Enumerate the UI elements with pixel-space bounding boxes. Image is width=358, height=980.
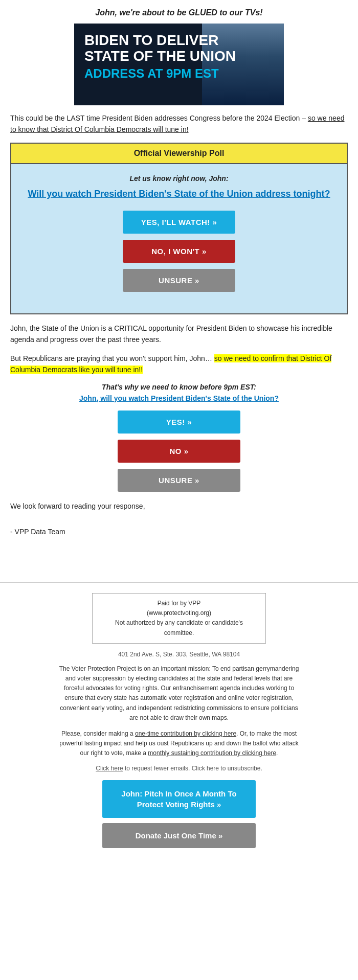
footer-contribute: Please, consider making a one-time contr… [56,729,302,759]
poll-question: Will you watch President Biden's State o… [27,188,331,200]
no2-button[interactable]: NO » [118,440,240,463]
body-text-1: This could be the LAST time President Bi… [10,112,348,135]
monthly-cta-button[interactable]: John: Pitch In Once A Month To Protect V… [102,780,256,818]
footer-unsubscribe: Click here to request fewer emails. Clic… [10,765,348,772]
footer-divider [0,582,358,583]
closing-line2: - VPP Data Team [10,526,348,538]
poll-header: Official Viewership Poll [11,144,347,164]
footer-mission: The Voter Protection Project is on an im… [56,664,302,723]
hero-image: BIDEN TO DELIVER STATE OF THE UNION ADDR… [74,24,284,105]
footer-legal-box: Paid for by VPP (www.protectvoting.org) … [92,593,266,644]
body-text-3: But Republicans are praying that you won… [10,353,348,376]
body-text-2: John, the State of the Union is a CRITIC… [10,323,348,346]
poll-unsure-button[interactable]: UNSURE » [123,269,235,292]
email-signature: We look forward to reading your response… [10,500,348,539]
one-time-link[interactable]: one-time contribution by clicking here [135,730,236,737]
footer-paid-by: Paid for by VPP [103,599,255,608]
poll-no-button[interactable]: NO, I WON'T » [123,240,235,263]
fewer-emails-link[interactable]: Click here [96,765,123,772]
footer: Paid for by VPP (www.protectvoting.org) … [0,588,358,863]
onetime-cta-button[interactable]: Donate Just One Time » [102,823,256,848]
poll-body: Let us know right now, John: Will you wa… [11,164,347,313]
unsure2-button[interactable]: UNSURE » [118,469,240,492]
hero-line2: STATE OF THE UNION [84,49,274,64]
footer-address: 401 2nd Ave. S, Ste. 303, Seattle, WA 98… [10,651,348,658]
body-text-4-bold: That's why we need to know before 9pm ES… [10,383,348,391]
yes2-button[interactable]: YES! » [118,411,240,434]
hero-line3: ADDRESS AT 9PM EST [84,66,274,81]
poll-container: Official Viewership Poll Let us know rig… [10,143,348,314]
poll-yes-button[interactable]: YES, I'LL WATCH! » [123,211,235,234]
monthly-link[interactable]: monthly sustaining contribution by click… [148,749,276,757]
footer-not-authorized: Not authorized by any candidate or candi… [103,618,255,637]
closing-line1: We look forward to reading your response… [10,500,348,513]
poll-intro: Let us know right now, John: [27,174,331,183]
email-headline: John, we're about to be GLUED to our TVs… [10,8,348,17]
sotu-link[interactable]: John, will you watch President Biden's S… [10,394,348,402]
footer-website: (www.protectvoting.org) [103,608,255,618]
hero-line1: BIDEN TO DELIVER [84,33,274,49]
second-buttons-section: YES! » NO » UNSURE » [10,411,348,492]
